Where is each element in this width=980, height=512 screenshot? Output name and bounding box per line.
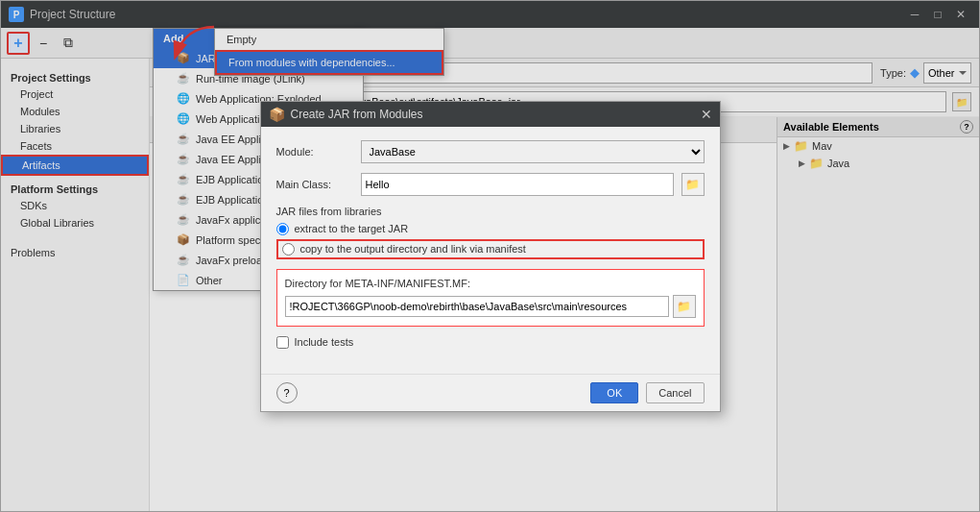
- dialog-overlay: 📦 Create JAR from Modules ✕ Module: Java…: [1, 1, 979, 511]
- dialog-title-text: Create JAR from Modules: [291, 108, 423, 121]
- main-class-row: Main Class: 📁: [276, 173, 705, 196]
- dialog-title-bar: 📦 Create JAR from Modules ✕: [261, 102, 720, 127]
- manifest-path-input[interactable]: [285, 296, 669, 317]
- cancel-button[interactable]: Cancel: [646, 382, 704, 403]
- jar-section-title: JAR files from libraries: [276, 206, 705, 217]
- include-tests-label: Include tests: [295, 336, 354, 348]
- dialog-title: 📦 Create JAR from Modules: [269, 107, 423, 122]
- radio-extract[interactable]: [276, 223, 289, 235]
- main-window: P Project Structure ─ □ ✕ + − ⧉ Project …: [0, 0, 980, 512]
- dialog-title-icon: 📦: [269, 107, 285, 122]
- manifest-browse-button[interactable]: 📁: [673, 295, 696, 318]
- include-tests-checkbox[interactable]: [276, 336, 289, 349]
- module-label: Module:: [276, 146, 353, 158]
- radio-copy-text: copy to the output directory and link vi…: [300, 243, 526, 255]
- manifest-box-title: Directory for META-INF/MANIFEST.MF:: [285, 278, 696, 289]
- radio-copy-label[interactable]: copy to the output directory and link vi…: [276, 239, 705, 259]
- include-tests-row: Include tests: [276, 336, 705, 349]
- radio-extract-text: extract to the target JAR: [295, 223, 409, 234]
- jar-libraries-section: JAR files from libraries extract to the …: [276, 206, 705, 259]
- main-class-browse-button[interactable]: 📁: [681, 173, 705, 196]
- manifest-directory-box: Directory for META-INF/MANIFEST.MF: 📁: [276, 269, 705, 327]
- ok-button[interactable]: OK: [590, 382, 638, 403]
- module-select[interactable]: JavaBase: [361, 140, 705, 163]
- dialog-action-buttons: OK Cancel: [590, 382, 704, 403]
- main-class-label: Main Class:: [276, 179, 353, 190]
- dialog-close-button[interactable]: ✕: [701, 107, 712, 122]
- main-class-input[interactable]: [361, 173, 674, 196]
- radio-group: extract to the target JAR copy to the ou…: [276, 223, 705, 259]
- manifest-path-row: 📁: [285, 295, 696, 318]
- dialog-footer: ? OK Cancel: [261, 374, 720, 411]
- dialog-help-button[interactable]: ?: [276, 382, 298, 403]
- radio-extract-label[interactable]: extract to the target JAR: [276, 223, 705, 235]
- create-jar-dialog: 📦 Create JAR from Modules ✕ Module: Java…: [260, 101, 721, 412]
- radio-copy[interactable]: [282, 243, 295, 256]
- module-row: Module: JavaBase: [276, 140, 705, 163]
- dialog-body: Module: JavaBase Main Class: 📁 JAR files…: [261, 127, 720, 374]
